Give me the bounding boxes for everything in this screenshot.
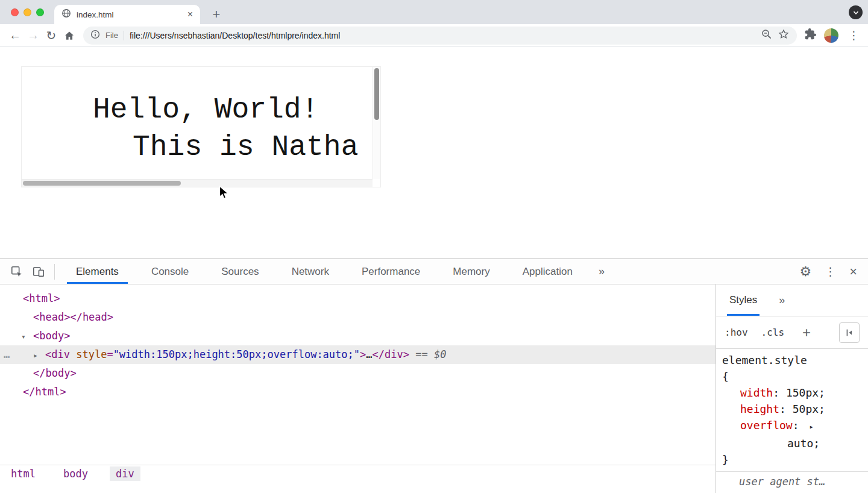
devtools-tab-application[interactable]: Application bbox=[506, 259, 589, 284]
vertical-scrollbar-thumb[interactable] bbox=[374, 68, 379, 120]
tab-styles[interactable]: Styles bbox=[729, 284, 757, 316]
browser-window: index.html × + ← → ↻ File file:///Users/… bbox=[0, 0, 868, 493]
dom-tree-row[interactable]: <html> bbox=[0, 289, 715, 308]
globe-favicon-icon bbox=[61, 8, 71, 20]
device-toolbar-icon[interactable] bbox=[28, 261, 49, 283]
mouse-cursor-icon bbox=[219, 186, 229, 203]
home-button[interactable] bbox=[60, 27, 78, 45]
styles-toolbar: :hov .cls + bbox=[716, 316, 868, 349]
sidebar-more-tabs-icon[interactable]: » bbox=[779, 294, 785, 307]
devtools-toolbar-right: ⚙ ⋮ × bbox=[799, 264, 868, 280]
elements-pane: <html><head></head>▾<body>…▸<div style="… bbox=[0, 284, 716, 493]
devtools-toolbar: ElementsConsoleSourcesNetworkPerformance… bbox=[0, 259, 868, 284]
extensions-puzzle-icon[interactable] bbox=[804, 28, 817, 43]
devtools-panel: ElementsConsoleSourcesNetworkPerformance… bbox=[0, 259, 868, 493]
profile-avatar[interactable] bbox=[824, 28, 838, 43]
horizontal-scrollbar-thumb[interactable] bbox=[23, 181, 181, 186]
settings-gear-icon[interactable]: ⚙ bbox=[799, 264, 811, 280]
style-rule-line: overflow: ▸ bbox=[722, 417, 862, 435]
style-rule-line: { bbox=[722, 368, 862, 385]
style-rule-line: } bbox=[722, 451, 862, 468]
info-icon[interactable] bbox=[90, 30, 100, 42]
overflow-demo-div: Hello, World! This is Natha bbox=[21, 66, 381, 187]
bookmark-star-icon[interactable] bbox=[778, 28, 790, 43]
dom-tree-row[interactable]: …▸<div style="width:150px;height:50px;ov… bbox=[0, 345, 715, 364]
circle-chevron-down-icon[interactable] bbox=[849, 5, 863, 19]
dom-tree-row[interactable]: </html> bbox=[0, 383, 715, 401]
style-rule-line: width: 150px; bbox=[722, 385, 862, 401]
devtools-tab-performance[interactable]: Performance bbox=[345, 259, 436, 284]
breadcrumb-item-div[interactable]: div bbox=[110, 466, 140, 481]
new-style-rule-button[interactable]: + bbox=[802, 324, 811, 341]
omnibox-divider bbox=[124, 31, 124, 40]
browser-menu-kebab-icon[interactable]: ⋮ bbox=[846, 28, 862, 42]
devtools-tab-network[interactable]: Network bbox=[275, 259, 345, 284]
dom-tree-row[interactable]: <head></head> bbox=[0, 308, 715, 327]
tab-title: index.html bbox=[77, 10, 182, 19]
tab-close-icon[interactable]: × bbox=[187, 10, 193, 19]
devtools-tab-sources[interactable]: Sources bbox=[205, 259, 275, 284]
forward-button[interactable]: → bbox=[24, 27, 42, 45]
breadcrumb-item-body[interactable]: body bbox=[57, 466, 94, 481]
devtools-tab-elements[interactable]: Elements bbox=[60, 259, 135, 284]
zoom-icon[interactable] bbox=[761, 28, 772, 42]
address-bar[interactable]: File file:///Users/nsebhastian/Desktop/t… bbox=[83, 27, 797, 45]
breadcrumb: htmlbodydiv bbox=[0, 465, 715, 482]
toggle-element-state-button[interactable]: :hov bbox=[725, 327, 748, 338]
horizontal-scrollbar[interactable] bbox=[22, 179, 373, 187]
dom-tree-row[interactable]: ▾<body> bbox=[0, 327, 715, 345]
page-viewport: Hello, World! This is Natha bbox=[0, 47, 868, 259]
style-rule-line: height: 50px; bbox=[722, 401, 862, 417]
style-rule-line: auto; bbox=[722, 435, 862, 451]
toggle-sidebar-icon[interactable] bbox=[839, 322, 860, 343]
close-devtools-icon[interactable]: × bbox=[849, 264, 857, 280]
user-agent-stylesheet-label: user agent st… bbox=[716, 471, 868, 488]
browser-tab[interactable]: index.html × bbox=[54, 5, 200, 24]
back-button[interactable]: ← bbox=[6, 27, 24, 45]
toolbar-divider bbox=[54, 264, 55, 280]
scheme-chip-label: File bbox=[105, 31, 118, 40]
devtools-menu-kebab-icon[interactable]: ⋮ bbox=[825, 265, 836, 278]
breadcrumb-item-html[interactable]: html bbox=[5, 466, 42, 481]
styles-header: Styles » bbox=[716, 284, 868, 316]
tab-strip: index.html × + bbox=[0, 0, 868, 24]
dom-tree-row[interactable]: </body> bbox=[0, 364, 715, 383]
style-rule-line: element.style bbox=[722, 352, 862, 368]
toolbar-right-icons: ⋮ bbox=[802, 28, 862, 43]
maximize-window-button[interactable] bbox=[36, 8, 44, 16]
style-rules: element.style{width: 150px;height: 50px;… bbox=[716, 349, 868, 468]
page-text-line2: This is Natha bbox=[133, 131, 358, 163]
element-classes-button[interactable]: .cls bbox=[761, 327, 785, 338]
minimize-window-button[interactable] bbox=[24, 8, 31, 16]
more-tabs-icon[interactable]: » bbox=[589, 259, 614, 284]
page-text-line1: Hello, World! bbox=[93, 93, 318, 126]
row-menu-icon[interactable]: … bbox=[4, 345, 10, 364]
drawer-spacer bbox=[0, 482, 715, 493]
devtools-tabs: ElementsConsoleSourcesNetworkPerformance… bbox=[60, 259, 589, 284]
inspect-element-icon[interactable] bbox=[6, 261, 28, 283]
devtools-body: <html><head></head>▾<body>…▸<div style="… bbox=[0, 284, 868, 493]
vertical-scrollbar[interactable] bbox=[373, 67, 380, 179]
expander-open-icon[interactable]: ▾ bbox=[21, 327, 33, 346]
close-window-button[interactable] bbox=[11, 8, 19, 16]
dom-tree: <html><head></head>▾<body>…▸<div style="… bbox=[0, 284, 715, 465]
longhand-expander-icon[interactable]: ▸ bbox=[809, 422, 813, 431]
devtools-tab-console[interactable]: Console bbox=[135, 259, 205, 284]
reload-button[interactable]: ↻ bbox=[42, 27, 60, 45]
styles-sidebar: Styles » :hov .cls + element.style{width… bbox=[716, 284, 868, 493]
url-text: file:///Users/nsebhastian/Desktop/test/h… bbox=[130, 31, 755, 40]
new-tab-button[interactable]: + bbox=[207, 5, 225, 24]
address-toolbar: ← → ↻ File file:///Users/nsebhastian/Des… bbox=[0, 24, 868, 47]
expander-closed-icon[interactable]: ▸ bbox=[33, 346, 45, 365]
devtools-tab-memory[interactable]: Memory bbox=[436, 259, 506, 284]
window-controls bbox=[11, 8, 44, 16]
